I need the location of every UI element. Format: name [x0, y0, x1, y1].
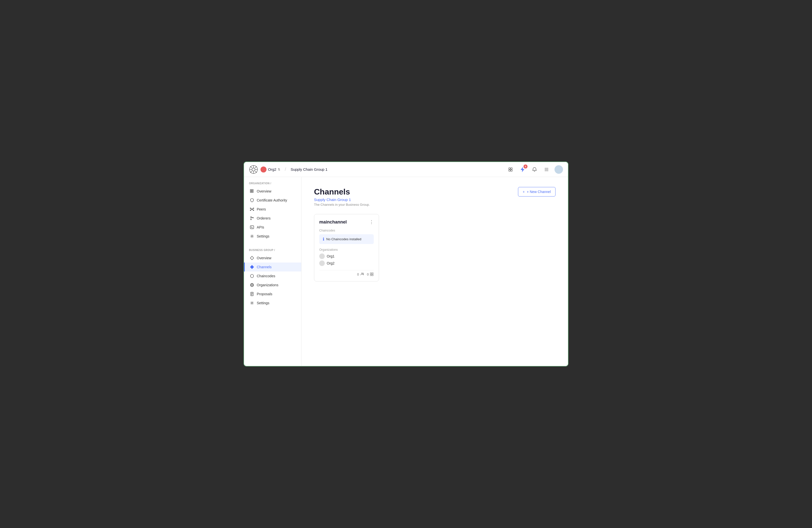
bg-section-label: BUSINESS GROUP /	[244, 249, 301, 253]
apps-grid-button[interactable]	[542, 165, 551, 174]
organizations-label: Organizations	[257, 283, 278, 287]
content-header: Channels Supply Chain Group 1 The Channe…	[314, 187, 555, 206]
branch-icon	[250, 216, 254, 220]
svg-rect-11	[511, 168, 512, 169]
settings-org-label: Settings	[257, 234, 270, 238]
hexagon-icon	[250, 274, 254, 278]
org1-name: Org1	[327, 254, 334, 258]
no-chaincodes-notice: ℹ No Chaincodes installed	[319, 234, 374, 244]
svg-point-56	[362, 273, 363, 274]
svg-point-18	[545, 169, 546, 170]
activity-button[interactable]: 8	[519, 165, 526, 174]
header-right: 8	[507, 165, 563, 174]
sidebar-item-proposals[interactable]: Proposals	[244, 290, 301, 298]
sidebar-item-certificate-authority[interactable]: Certificate Authority	[244, 196, 301, 205]
sidebar-item-channels[interactable]: Channels	[244, 263, 301, 272]
channel-card-header: mainchannel ⋮	[319, 219, 374, 225]
app-header: Org2 ⇅ / Supply Chain Group 1	[244, 162, 568, 177]
terminal-icon	[250, 225, 254, 230]
sidebar-item-apis[interactable]: APIs	[244, 223, 301, 232]
svg-line-7	[255, 171, 257, 173]
grid-view-button[interactable]	[507, 165, 514, 174]
peers-count: 0	[357, 273, 359, 276]
notifications-button[interactable]	[531, 165, 538, 174]
org-selector[interactable]: Org2 ⇅	[261, 166, 280, 173]
svg-rect-27	[252, 191, 253, 192]
svg-point-17	[548, 168, 548, 168]
breadcrumb-title: Supply Chain Group 1	[290, 167, 328, 172]
svg-marker-14	[521, 167, 524, 172]
diamond-filled-icon	[250, 265, 254, 269]
new-channel-label: + New Channel	[527, 190, 551, 194]
page-description: The Channels in your Business Group.	[314, 203, 370, 206]
bg-overview-label: Overview	[257, 256, 271, 260]
app-window: Org2 ⇅ / Supply Chain Group 1	[244, 161, 568, 367]
svg-point-1	[252, 168, 255, 171]
network-icon	[250, 207, 254, 211]
svg-line-34	[252, 208, 253, 209]
sidebar-item-organizations[interactable]: Organizations	[244, 280, 301, 290]
svg-marker-44	[250, 256, 254, 260]
page-title: Channels	[314, 187, 370, 196]
channel-more-button[interactable]: ⋮	[369, 219, 374, 225]
sidebar-item-chaincodes[interactable]: Chaincodes	[244, 272, 301, 280]
sidebar-item-peers[interactable]: Peers	[244, 205, 301, 214]
proposals-label: Proposals	[257, 292, 272, 296]
svg-line-36	[252, 209, 253, 210]
svg-point-30	[253, 208, 254, 209]
channels-label: Channels	[257, 265, 272, 269]
chaincodes-count: 0	[367, 273, 369, 276]
globe-icon	[250, 283, 254, 287]
settings-bg-icon	[250, 301, 254, 305]
svg-rect-12	[509, 170, 510, 171]
user-avatar[interactable]	[554, 165, 563, 174]
no-chaincodes-text: No Chaincodes installed	[326, 237, 361, 241]
svg-rect-25	[252, 190, 253, 191]
svg-point-29	[250, 208, 251, 209]
org-item-org2: Org2	[319, 261, 374, 266]
svg-point-22	[546, 170, 547, 171]
svg-rect-10	[509, 168, 510, 169]
sidebar: ORGANIZATION / Overview	[244, 177, 302, 366]
org2-avatar	[319, 261, 325, 266]
page-info: Channels Supply Chain Group 1 The Channe…	[314, 187, 370, 206]
chaincodes-section-label: Chaincodes	[319, 229, 374, 232]
org-name: Org2	[268, 167, 276, 172]
peers-icon	[360, 272, 364, 276]
svg-line-33	[251, 208, 252, 209]
svg-line-8	[255, 166, 257, 168]
svg-point-28	[251, 209, 252, 210]
svg-point-20	[548, 169, 548, 170]
svg-rect-58	[372, 273, 373, 274]
sidebar-item-bg-overview[interactable]: Overview	[244, 253, 301, 263]
svg-point-31	[250, 210, 251, 211]
peers-stat: 0	[357, 272, 364, 276]
svg-rect-24	[250, 190, 251, 191]
svg-point-37	[251, 219, 251, 220]
document-icon	[250, 292, 254, 296]
sidebar-item-orderers[interactable]: Orderers	[244, 214, 301, 223]
svg-point-32	[253, 210, 254, 211]
plus-icon: +	[523, 190, 525, 194]
org-color-dot	[261, 166, 266, 173]
svg-rect-57	[370, 273, 372, 274]
main-layout: ORGANIZATION / Overview	[244, 177, 568, 366]
sidebar-item-settings-org[interactable]: Settings	[244, 232, 301, 241]
sidebar-item-overview[interactable]: Overview	[244, 187, 301, 196]
org-item-org1: Org1	[319, 253, 374, 259]
svg-marker-45	[250, 265, 254, 269]
svg-point-54	[251, 303, 253, 304]
channel-name: mainchannel	[319, 220, 347, 225]
chevron-up-down-icon: ⇅	[278, 168, 280, 171]
organizations-section: Organizations Org1 Org2	[319, 248, 374, 266]
svg-rect-59	[370, 275, 372, 276]
notification-badge: 8	[523, 164, 527, 168]
diamond-outline-icon	[250, 256, 254, 260]
orderers-label: Orderers	[257, 216, 271, 220]
grid-icon	[250, 189, 254, 193]
org2-name: Org2	[327, 261, 334, 265]
new-channel-button[interactable]: + + New Channel	[518, 187, 555, 196]
svg-line-6	[250, 166, 252, 168]
chaincodes-stat: 0	[367, 272, 374, 276]
sidebar-item-settings-bg[interactable]: Settings	[244, 298, 301, 308]
